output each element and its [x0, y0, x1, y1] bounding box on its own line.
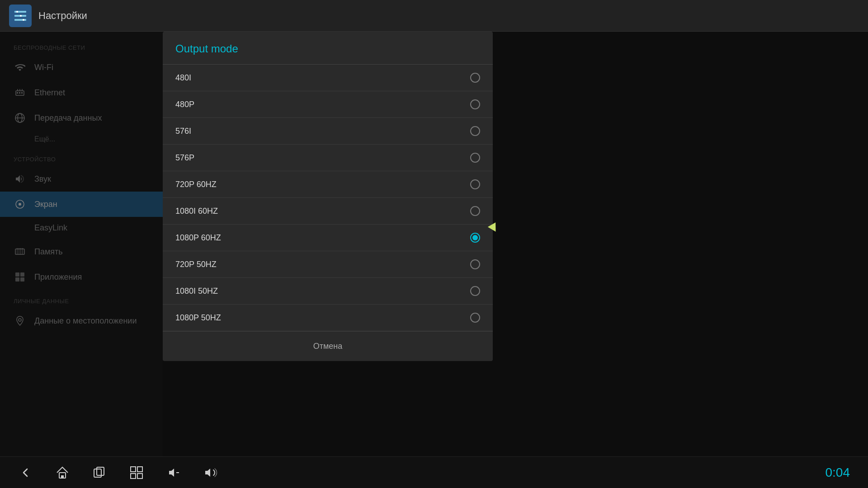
radio-1080p50[interactable] [470, 313, 480, 323]
radio-1080i60[interactable] [470, 206, 480, 216]
option-720p60[interactable]: 720P 60HZ [163, 171, 493, 198]
svg-rect-37 [137, 467, 142, 472]
option-480p[interactable]: 480P [163, 91, 493, 118]
top-bar: Настройки [0, 0, 868, 32]
app-title: Настройки [38, 10, 87, 22]
cancel-button[interactable]: Отмена [163, 331, 493, 361]
recent-button[interactable] [92, 465, 107, 480]
option-1080p60[interactable]: 1080P 60HZ [163, 225, 493, 251]
option-1080p50[interactable]: 1080P 50HZ [163, 305, 493, 331]
output-mode-dialog: Output mode 480I 480P 576I 576P 720P 60H… [163, 32, 493, 361]
option-576i-label: 576I [175, 127, 191, 136]
option-576i[interactable]: 576I [163, 118, 493, 145]
svg-rect-33 [61, 475, 64, 478]
screenshot-button[interactable] [129, 465, 144, 480]
svg-point-5 [23, 19, 24, 21]
svg-rect-2 [14, 19, 26, 21]
option-1080p50-label: 1080P 50HZ [175, 313, 221, 323]
volume-up-button[interactable] [203, 465, 218, 480]
option-480p-label: 480P [175, 100, 194, 109]
option-1080p60-label: 1080P 60HZ [175, 233, 221, 243]
bottom-nav [18, 465, 218, 480]
dialog-overlay: Output mode 480I 480P 576I 576P 720P 60H… [0, 32, 868, 456]
option-1080i60-label: 1080I 60HZ [175, 206, 218, 216]
radio-1080p60[interactable] [470, 233, 480, 243]
option-720p50-label: 720P 50HZ [175, 260, 217, 269]
radio-576p[interactable] [470, 153, 480, 163]
bottom-bar: 0:04 [0, 456, 868, 488]
option-576p[interactable]: 576P [163, 145, 493, 171]
radio-720p50[interactable] [470, 259, 480, 269]
svg-rect-39 [137, 474, 142, 479]
dialog-option-list: 480I 480P 576I 576P 720P 60HZ 1080I 60HZ [163, 65, 493, 331]
dialog-title: Output mode [163, 32, 493, 65]
volume-down-button[interactable] [166, 465, 181, 480]
option-720p50[interactable]: 720P 50HZ [163, 251, 493, 278]
option-720p60-label: 720P 60HZ [175, 180, 217, 189]
radio-720p60[interactable] [470, 179, 480, 189]
svg-rect-35 [97, 467, 104, 475]
svg-rect-0 [14, 11, 26, 13]
option-1080i50[interactable]: 1080I 50HZ [163, 278, 493, 305]
app-icon [9, 5, 32, 27]
radio-576i[interactable] [470, 126, 480, 136]
radio-480p[interactable] [470, 99, 480, 109]
option-1080i60[interactable]: 1080I 60HZ [163, 198, 493, 225]
svg-point-4 [20, 15, 22, 17]
time-display: 0:04 [826, 465, 850, 480]
option-480i[interactable]: 480I [163, 65, 493, 91]
radio-480i[interactable] [470, 73, 480, 83]
svg-rect-38 [131, 474, 136, 479]
option-480i-label: 480I [175, 73, 191, 83]
svg-point-3 [16, 11, 18, 13]
radio-1080i50[interactable] [470, 286, 480, 296]
back-button[interactable] [18, 465, 33, 480]
svg-rect-34 [94, 469, 101, 477]
home-button[interactable] [55, 465, 70, 480]
svg-rect-36 [131, 467, 136, 472]
option-576p-label: 576P [175, 153, 194, 163]
option-1080i50-label: 1080I 50HZ [175, 286, 218, 296]
